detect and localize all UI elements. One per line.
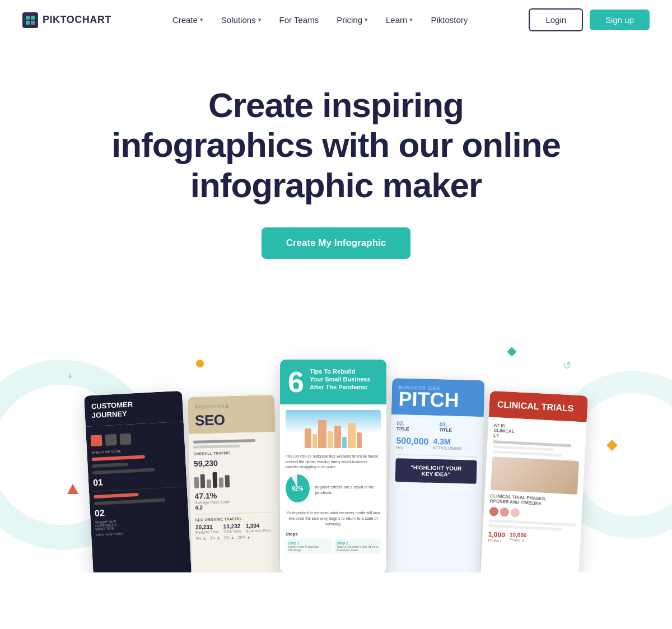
seo-project-label: PROJECT TITLE	[194, 403, 268, 409]
nav-solutions[interactable]: Solutions ▾	[213, 11, 269, 29]
svg-rect-4	[31, 21, 35, 25]
nav-create[interactable]: Create ▾	[165, 11, 211, 29]
card-customer-journey: CUSTOMERjourney WHERE WE WERE	[84, 391, 192, 572]
pitch-stat2: 4.3M	[433, 437, 462, 446]
seo-title: SEO	[195, 410, 269, 429]
nav-actions: Login Sign up	[529, 8, 650, 31]
login-button[interactable]: Login	[529, 8, 583, 31]
tips-number: 6	[288, 367, 304, 397]
card-tips: 6 Tips To RebuildYour Small BusinessAfte…	[280, 360, 386, 572]
deco-dot-teal	[507, 347, 517, 356]
pitch-highlight: "HIGHLIGHT YOURKEY IDEA"	[401, 464, 472, 478]
nav-pricing[interactable]: Pricing ▾	[329, 11, 376, 29]
pitch-stat1: 500,000	[396, 436, 428, 447]
svg-rect-2	[31, 16, 35, 20]
logo[interactable]: PIKTOCHART	[22, 12, 111, 28]
cards-row: CUSTOMERjourney WHERE WE WERE	[72, 360, 600, 572]
logo-text: PIKTOCHART	[43, 14, 111, 26]
tips-heading: Tips To RebuildYour Small BusinessAfter …	[310, 367, 371, 392]
card-clinical: CLINICAL TRIALS AT ISCLINICALL? CLINICAL…	[480, 391, 588, 572]
tips-circle-chart: 92%	[286, 474, 310, 502]
signup-button[interactable]: Sign up	[590, 10, 650, 30]
hero-section: Create inspiring infographics with our o…	[0, 40, 672, 572]
svg-rect-3	[26, 21, 30, 25]
cta-button[interactable]: Create My Infographic	[262, 227, 411, 259]
tips-city-illustration	[286, 410, 381, 449]
clinical-subtitle: AT ISCLINICALL?	[493, 423, 581, 442]
tips-body-text: The COVID-19 outbreak has wreaked financ…	[286, 454, 381, 470]
cj-number: 01	[93, 473, 183, 488]
chevron-down-icon: ▾	[409, 16, 413, 24]
svg-rect-1	[26, 16, 30, 20]
svg-rect-0	[22, 12, 38, 28]
nav-links: Create ▾ Solutions ▾ For Teams Pricing ▾…	[165, 11, 475, 29]
chevron-down-icon: ▾	[258, 16, 262, 24]
card-pitch: BUSINESS IDEA PITCH 02. TITLE 03. TITLE	[387, 378, 484, 572]
nav-for-teams[interactable]: For Teams	[272, 11, 327, 29]
showcase: + ↺ CUSTOMERjourney	[0, 315, 672, 572]
deco-dot-orange2	[606, 440, 618, 451]
tips-stat: 92%	[292, 486, 303, 492]
pitch-stat2-label: ACTIVE USERS	[433, 446, 462, 450]
clinical-image	[491, 456, 579, 495]
nav-learn[interactable]: Learn ▾	[378, 11, 421, 29]
clinical-title: CLINICAL TRIALS	[497, 399, 580, 414]
pitch-title: PITCH	[398, 390, 478, 410]
hero-title: Create inspiring infographics with our o…	[106, 85, 566, 205]
seo-num4: 13,232	[223, 523, 241, 530]
pitch-stat1-label: ROI	[396, 446, 428, 451]
nav-piktostory[interactable]: Piktostory	[423, 11, 475, 29]
clinical-section-title: CLINICAL TRIAL PHASES,RPOSES AND TIMELIN…	[490, 493, 577, 508]
tips-footer: It's important to consider what recovery…	[286, 510, 381, 527]
logo-icon	[22, 12, 38, 28]
card-customer-title: CUSTOMERjourney	[91, 398, 176, 420]
chevron-down-icon: ▾	[200, 16, 203, 24]
chevron-down-icon: ▾	[365, 16, 368, 24]
navbar: PIKTOCHART Create ▾ Solutions ▾ For Team…	[0, 0, 672, 40]
seo-number1: 59,230	[194, 457, 272, 468]
card-seo: PROJECT TITLE SEO OVERALL TRAFFIC 59,230	[188, 395, 279, 572]
